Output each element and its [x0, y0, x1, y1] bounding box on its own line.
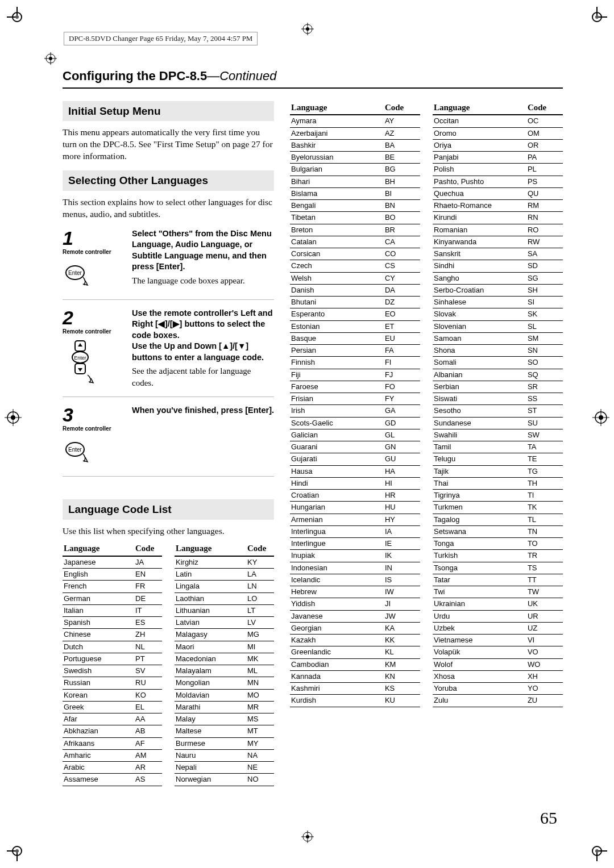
table-row: Uzbek UZ: [433, 622, 563, 634]
table-row: Burmese MY: [175, 737, 274, 749]
code-cell: JI: [384, 598, 420, 610]
lang-cell: Turkish: [433, 550, 526, 562]
code-cell: OC: [526, 115, 563, 127]
table-row: Oriya OR: [433, 139, 563, 151]
th-language: Language: [290, 101, 384, 115]
lang-cell: Ukrainian: [433, 598, 526, 610]
code-cell: TT: [526, 574, 563, 586]
lang-cell: Rhaeto-Romance: [433, 200, 526, 212]
table-row: Czech CS: [290, 260, 420, 272]
table-row: Albanian SQ: [433, 369, 563, 381]
code-cell: RU: [134, 677, 162, 689]
lang-cell: Tatar: [433, 574, 526, 586]
table-row: Kirghiz KY: [175, 556, 274, 569]
table-row: Marathi MR: [175, 701, 274, 713]
table-row: Turkmen TK: [433, 502, 563, 514]
svg-point-15: [306, 27, 309, 31]
code-cell: CA: [384, 236, 420, 248]
table-row: Sesotho ST: [433, 405, 563, 417]
table-row: Spanish ES: [63, 617, 162, 629]
svg-point-5: [15, 849, 19, 853]
lang-cell: Xhosa: [433, 670, 526, 682]
lang-cell: Albanian: [433, 369, 526, 381]
lang-cell: Persian: [290, 345, 384, 357]
table-row: Greenlandic KL: [290, 646, 420, 658]
table-row: Basque EU: [290, 332, 420, 344]
code-cell: QU: [526, 187, 563, 199]
code-cell: SV: [134, 665, 162, 677]
table-row: Bihari BH: [290, 176, 420, 187]
table-row: Hindi HI: [290, 477, 420, 489]
crop-mark-icon: [7, 7, 28, 28]
lang-cell: Swedish: [63, 665, 134, 677]
remote-icon: Enter: [63, 437, 125, 468]
table-row: Kirundi RN: [433, 212, 563, 224]
paragraph: This section explains how to select othe…: [63, 197, 274, 220]
table-row: Greek EL: [63, 701, 162, 713]
lang-cell: Kirundi: [433, 212, 526, 224]
code-cell: PL: [526, 164, 563, 176]
table-row: Bengali BN: [290, 200, 420, 212]
code-cell: KU: [384, 695, 420, 707]
table-row: Hungarian HU: [290, 502, 420, 514]
code-cell: RW: [526, 236, 563, 248]
section-title-text: Configuring the DPC-8.5: [63, 69, 207, 83]
code-cell: IS: [384, 574, 420, 586]
lang-cell: Gujarati: [290, 453, 384, 465]
table-row: Dutch NL: [63, 641, 162, 653]
subheading-initial-setup: Initial Setup Menu: [63, 101, 274, 122]
lang-cell: Maori: [175, 641, 246, 653]
table-row: Malagasy MG: [175, 629, 274, 641]
code-cell: BG: [384, 164, 420, 176]
code-cell: KA: [384, 622, 420, 634]
code-cell: NO: [246, 774, 274, 786]
table-row: Inupiak IK: [290, 550, 420, 562]
lang-cell: Serbo-Croatian: [433, 284, 526, 296]
table-row: Urdu UR: [433, 610, 563, 622]
lang-cell: Afrikaans: [63, 737, 134, 749]
lang-cell: Greenlandic: [290, 646, 384, 658]
code-cell: TR: [526, 550, 563, 562]
lang-cell: Catalan: [290, 236, 384, 248]
lang-cell: Armenian: [290, 514, 384, 525]
code-cell: YO: [526, 683, 563, 695]
table-row: Afar AA: [63, 713, 162, 725]
lang-cell: Macedonian: [175, 653, 246, 665]
lang-cell: Russian: [63, 677, 134, 689]
lang-cell: Tagalog: [433, 514, 526, 525]
remote-icon: Enter: [63, 340, 125, 387]
code-cell: GL: [384, 429, 420, 441]
lang-cell: Sundanese: [433, 417, 526, 429]
code-cell: SR: [526, 381, 563, 393]
code-cell: ZU: [526, 695, 563, 707]
table-row: Pashto, Pushto PS: [433, 176, 563, 187]
code-cell: SG: [526, 272, 563, 284]
lang-cell: Korean: [63, 689, 134, 701]
code-cell: FI: [384, 357, 420, 369]
lang-cell: Croatian: [290, 490, 384, 502]
table-row: Hausa HA: [290, 465, 420, 477]
table-row: Gujarati GU: [290, 453, 420, 465]
code-cell: KO: [134, 689, 162, 701]
code-cell: ST: [526, 405, 563, 417]
registration-mark-icon: [301, 831, 314, 846]
table-row: Vietnamese VI: [433, 635, 563, 646]
lang-cell: Basque: [290, 332, 384, 344]
table-row: Hebrew IW: [290, 586, 420, 598]
table-row: Rhaeto-Romance RM: [433, 200, 563, 212]
lang-cell: Twi: [433, 586, 526, 598]
lang-cell: Hungarian: [290, 502, 384, 514]
lang-cell: Danish: [290, 284, 384, 296]
code-cell: FR: [134, 581, 162, 592]
code-cell: RM: [526, 200, 563, 212]
table-row: Romanian RO: [433, 224, 563, 236]
paragraph: This menu appears automatically the very…: [63, 127, 274, 162]
table-row: Maltese MT: [175, 725, 274, 737]
table-row: Malayalam ML: [175, 665, 274, 677]
table-row: Slovak SK: [433, 308, 563, 320]
code-cell: MR: [246, 701, 274, 713]
code-cell: TO: [526, 538, 563, 550]
code-cell: AF: [134, 737, 162, 749]
table-row: Azerbaijani AZ: [290, 127, 420, 139]
lang-cell: Japanese: [63, 556, 134, 569]
